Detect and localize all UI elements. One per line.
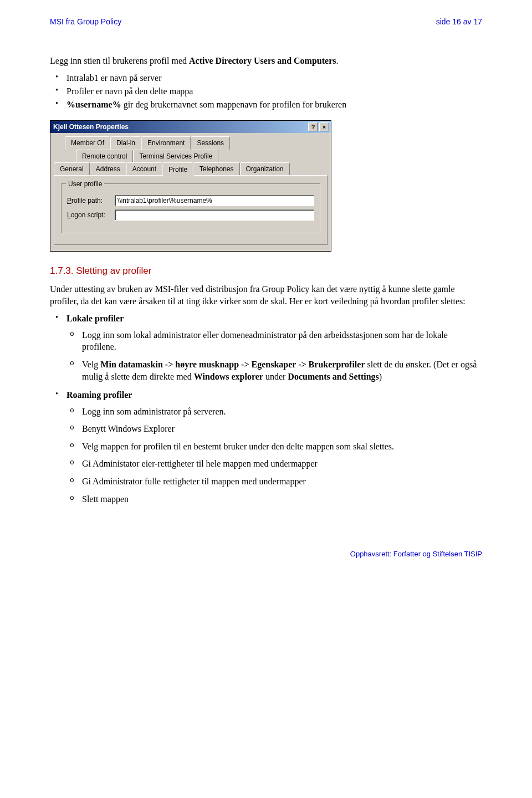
profile-label-rest: rofile path:: [71, 197, 103, 204]
list-item-lokale: Lokale profiler Logg inn som lokal admin…: [66, 313, 482, 382]
lokale-2-post: under: [263, 372, 288, 381]
tab-address[interactable]: Address: [90, 162, 126, 176]
group-legend: User profile: [66, 180, 104, 188]
logon-label-rest: ogon script:: [71, 211, 105, 219]
tab-account[interactable]: Account: [126, 162, 162, 176]
logon-script-label: Logon script:: [67, 211, 115, 219]
roaming-sub: Logg inn som administrator på serveren.: [82, 406, 482, 418]
tab-organization[interactable]: Organization: [240, 162, 290, 176]
lokale-2-bold3: Documents and Settings: [288, 372, 378, 381]
intro-bullets: Intralab1 er navn på server Profiler er …: [50, 72, 482, 110]
lokale-2-end: ): [379, 372, 382, 381]
tab-general[interactable]: General: [54, 162, 90, 176]
tab-terminal-services[interactable]: Terminal Services Profile: [133, 150, 218, 162]
roaming-sub: Benytt Windows Explorer: [82, 423, 482, 435]
tab-member-of[interactable]: Member Of: [65, 136, 110, 149]
header-right: side 16 av 17: [436, 17, 482, 27]
intro-bold: Active Directory Users and Computers: [189, 56, 336, 65]
roaming-sub: Velg mappen for profilen til en bestemt …: [82, 441, 482, 453]
lokale-2-pre: Velg: [82, 360, 100, 369]
tab-telephones[interactable]: Telephones: [193, 162, 239, 176]
profile-path-input[interactable]: [115, 195, 314, 206]
lokale-sub-1: Logg inn som lokal administrator eller d…: [82, 329, 482, 353]
lokale-2-bold2: Windows explorer: [194, 372, 263, 381]
logon-label-underline: L: [67, 211, 71, 219]
lokale-sub-2: Velg Min datamaskin -> høyre musknapp ->…: [82, 359, 482, 382]
tab-profile[interactable]: Profile: [162, 162, 193, 176]
roaming-title: Roaming profiler: [66, 390, 132, 400]
footer-copyright: Opphavsrett: Forfatter og Stiftelsen TIS…: [50, 549, 482, 559]
dialog-title: Kjell Ottesen Properties: [53, 122, 129, 131]
properties-dialog: Kjell Ottesen Properties ? × Member Of D…: [50, 120, 331, 252]
tab-dial-in[interactable]: Dial-in: [110, 136, 141, 149]
tab-remote-control[interactable]: Remote control: [76, 150, 133, 162]
logon-script-input[interactable]: [115, 209, 314, 221]
intro-pre: Legg inn stien til brukerens profil med: [50, 56, 189, 65]
help-button[interactable]: ?: [308, 122, 318, 131]
intro-bullet: Intralab1 er navn på server: [66, 72, 482, 84]
intro-bullet: %username% gir deg brukernavnet som mapp…: [66, 99, 482, 111]
section-heading: 1.7.3. Sletting av profiler: [50, 265, 482, 278]
section-para: Under uttesting av bruken av MSI-filer v…: [50, 283, 482, 307]
profile-label-underline: P: [67, 197, 71, 204]
intro-bullet: Profiler er navn på den delte mappa: [66, 85, 482, 98]
intro-b3-rest: gir deg brukernavnet som mappenavn for p…: [121, 100, 347, 109]
tab-environment[interactable]: Environment: [141, 136, 191, 149]
tab-sessions[interactable]: Sessions: [191, 136, 230, 149]
intro-paragraph: Legg inn stien til brukerens profil med …: [50, 55, 482, 67]
tab-body: User profile Profile path: Logon script:: [54, 175, 328, 245]
close-button[interactable]: ×: [319, 122, 329, 131]
list-item-roaming: Roaming profiler Logg inn som administra…: [66, 389, 482, 505]
intro-b3-bold: %username%: [66, 100, 121, 109]
header-left: MSI fra Group Policy: [50, 17, 121, 27]
lokale-2-bold: Min datamaskin -> høyre musknapp -> Egen…: [100, 360, 365, 369]
roaming-sub: Slett mappen: [82, 493, 482, 505]
roaming-sub: Gi Administator eier-rettigheter til hel…: [82, 458, 482, 470]
user-profile-group: User profile Profile path: Logon script:: [61, 183, 320, 233]
profile-path-label: Profile path:: [67, 196, 115, 205]
title-bar: Kjell Ottesen Properties ? ×: [50, 121, 331, 133]
lokale-title: Lokale profiler: [66, 314, 124, 323]
intro-post: .: [336, 56, 338, 65]
roaming-sub: Gi Administrator fulle rettigheter til m…: [82, 475, 482, 488]
